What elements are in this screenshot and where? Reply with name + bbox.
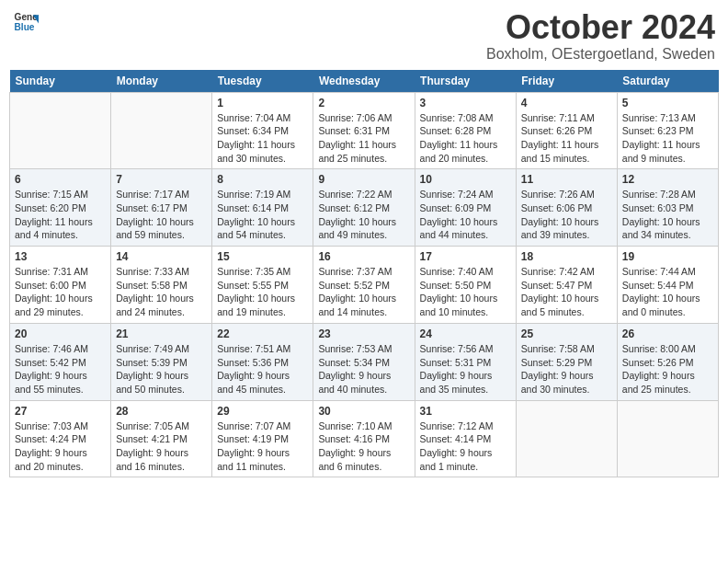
day-number: 3	[420, 97, 511, 109]
cell-info: Sunrise: 7:58 AM Sunset: 5:29 PM Dayligh…	[521, 342, 612, 396]
cell-info: Sunrise: 8:00 AM Sunset: 5:26 PM Dayligh…	[622, 342, 713, 396]
weekday-header-saturday: Saturday	[617, 70, 718, 93]
day-number: 7	[116, 173, 207, 186]
calendar-cell	[111, 92, 212, 169]
day-number: 21	[116, 327, 207, 340]
day-number: 27	[15, 405, 106, 418]
calendar-cell: 19Sunrise: 7:44 AM Sunset: 5:44 PM Dayli…	[617, 247, 718, 324]
weekday-header-sunday: Sunday	[10, 70, 111, 93]
cell-info: Sunrise: 7:13 AM Sunset: 6:23 PM Dayligh…	[622, 111, 713, 166]
day-number: 13	[15, 250, 106, 263]
cell-info: Sunrise: 7:37 AM Sunset: 5:52 PM Dayligh…	[318, 265, 409, 319]
day-number: 23	[318, 327, 409, 340]
calendar-cell: 5Sunrise: 7:13 AM Sunset: 6:23 PM Daylig…	[617, 92, 718, 169]
calendar-cell: 22Sunrise: 7:51 AM Sunset: 5:36 PM Dayli…	[212, 323, 313, 400]
title-block: October 2024 Boxholm, OEstergoetland, Sw…	[486, 9, 715, 63]
svg-text:Blue: Blue	[15, 22, 35, 32]
calendar-table: SundayMondayTuesdayWednesdayThursdayFrid…	[9, 70, 719, 478]
calendar-cell: 20Sunrise: 7:46 AM Sunset: 5:42 PM Dayli…	[10, 323, 111, 400]
cell-info: Sunrise: 7:05 AM Sunset: 4:21 PM Dayligh…	[116, 419, 207, 474]
page-header: General Blue October 2024 Boxholm, OEste…	[9, 9, 719, 63]
calendar-cell: 1Sunrise: 7:04 AM Sunset: 6:34 PM Daylig…	[212, 92, 313, 169]
location-title: Boxholm, OEstergoetland, Sweden	[486, 46, 715, 63]
calendar-cell: 7Sunrise: 7:17 AM Sunset: 6:17 PM Daylig…	[111, 169, 212, 247]
cell-info: Sunrise: 7:10 AM Sunset: 4:16 PM Dayligh…	[318, 419, 409, 474]
calendar-cell: 2Sunrise: 7:06 AM Sunset: 6:31 PM Daylig…	[313, 92, 415, 169]
cell-info: Sunrise: 7:42 AM Sunset: 5:47 PM Dayligh…	[521, 265, 612, 319]
day-number: 24	[420, 327, 511, 340]
calendar-cell: 18Sunrise: 7:42 AM Sunset: 5:47 PM Dayli…	[516, 247, 617, 324]
day-number: 5	[622, 97, 713, 109]
calendar-cell: 28Sunrise: 7:05 AM Sunset: 4:21 PM Dayli…	[111, 400, 212, 477]
day-number: 30	[318, 405, 409, 418]
calendar-cell: 8Sunrise: 7:19 AM Sunset: 6:14 PM Daylig…	[212, 169, 313, 247]
calendar-cell: 6Sunrise: 7:15 AM Sunset: 6:20 PM Daylig…	[10, 169, 111, 247]
day-number: 16	[318, 250, 409, 263]
calendar-cell: 11Sunrise: 7:26 AM Sunset: 6:06 PM Dayli…	[516, 169, 617, 247]
day-number: 26	[622, 327, 713, 340]
day-number: 12	[622, 173, 713, 186]
day-number: 28	[116, 405, 207, 418]
cell-info: Sunrise: 7:19 AM Sunset: 6:14 PM Dayligh…	[217, 188, 308, 242]
day-number: 29	[217, 405, 308, 418]
calendar-cell: 16Sunrise: 7:37 AM Sunset: 5:52 PM Dayli…	[313, 247, 415, 324]
calendar-cell	[617, 400, 718, 477]
cell-info: Sunrise: 7:07 AM Sunset: 4:19 PM Dayligh…	[217, 419, 308, 474]
cell-info: Sunrise: 7:44 AM Sunset: 5:44 PM Dayligh…	[622, 265, 713, 319]
calendar-cell: 23Sunrise: 7:53 AM Sunset: 5:34 PM Dayli…	[313, 323, 415, 400]
cell-info: Sunrise: 7:31 AM Sunset: 6:00 PM Dayligh…	[15, 265, 106, 319]
cell-info: Sunrise: 7:46 AM Sunset: 5:42 PM Dayligh…	[15, 342, 106, 396]
calendar-cell: 13Sunrise: 7:31 AM Sunset: 6:00 PM Dayli…	[10, 247, 111, 324]
cell-info: Sunrise: 7:11 AM Sunset: 6:26 PM Dayligh…	[521, 111, 612, 166]
cell-info: Sunrise: 7:33 AM Sunset: 5:58 PM Dayligh…	[116, 265, 207, 319]
cell-info: Sunrise: 7:26 AM Sunset: 6:06 PM Dayligh…	[521, 188, 612, 242]
cell-info: Sunrise: 7:08 AM Sunset: 6:28 PM Dayligh…	[420, 111, 511, 166]
cell-info: Sunrise: 7:56 AM Sunset: 5:31 PM Dayligh…	[420, 342, 511, 396]
logo: General Blue	[13, 9, 39, 35]
calendar-cell	[516, 400, 617, 477]
day-number: 19	[622, 250, 713, 263]
cell-info: Sunrise: 7:03 AM Sunset: 4:24 PM Dayligh…	[15, 419, 106, 474]
day-number: 2	[318, 97, 409, 109]
cell-info: Sunrise: 7:51 AM Sunset: 5:36 PM Dayligh…	[217, 342, 308, 396]
cell-info: Sunrise: 7:49 AM Sunset: 5:39 PM Dayligh…	[116, 342, 207, 396]
weekday-header-monday: Monday	[111, 70, 212, 93]
day-number: 18	[521, 250, 612, 263]
cell-info: Sunrise: 7:15 AM Sunset: 6:20 PM Dayligh…	[15, 188, 106, 242]
cell-info: Sunrise: 7:17 AM Sunset: 6:17 PM Dayligh…	[116, 188, 207, 242]
calendar-cell: 25Sunrise: 7:58 AM Sunset: 5:29 PM Dayli…	[516, 323, 617, 400]
cell-info: Sunrise: 7:12 AM Sunset: 4:14 PM Dayligh…	[420, 419, 511, 474]
calendar-cell: 12Sunrise: 7:28 AM Sunset: 6:03 PM Dayli…	[617, 169, 718, 247]
calendar-cell: 24Sunrise: 7:56 AM Sunset: 5:31 PM Dayli…	[415, 323, 516, 400]
calendar-cell: 15Sunrise: 7:35 AM Sunset: 5:55 PM Dayli…	[212, 247, 313, 324]
day-number: 15	[217, 250, 308, 263]
calendar-cell: 3Sunrise: 7:08 AM Sunset: 6:28 PM Daylig…	[415, 92, 516, 169]
logo-icon: General Blue	[13, 9, 39, 35]
calendar-cell: 4Sunrise: 7:11 AM Sunset: 6:26 PM Daylig…	[516, 92, 617, 169]
weekday-header-tuesday: Tuesday	[212, 70, 313, 93]
month-title: October 2024	[486, 9, 715, 46]
day-number: 11	[521, 173, 612, 186]
calendar-cell: 29Sunrise: 7:07 AM Sunset: 4:19 PM Dayli…	[212, 400, 313, 477]
cell-info: Sunrise: 7:53 AM Sunset: 5:34 PM Dayligh…	[318, 342, 409, 396]
day-number: 1	[217, 97, 308, 109]
day-number: 8	[217, 173, 308, 186]
weekday-header-friday: Friday	[516, 70, 617, 93]
day-number: 17	[420, 250, 511, 263]
calendar-cell: 26Sunrise: 8:00 AM Sunset: 5:26 PM Dayli…	[617, 323, 718, 400]
day-number: 20	[15, 327, 106, 340]
cell-info: Sunrise: 7:06 AM Sunset: 6:31 PM Dayligh…	[318, 111, 409, 166]
day-number: 10	[420, 173, 511, 186]
day-number: 9	[318, 173, 409, 186]
weekday-header-thursday: Thursday	[415, 70, 516, 93]
day-number: 4	[521, 97, 612, 109]
cell-info: Sunrise: 7:22 AM Sunset: 6:12 PM Dayligh…	[318, 188, 409, 242]
day-number: 25	[521, 327, 612, 340]
cell-info: Sunrise: 7:35 AM Sunset: 5:55 PM Dayligh…	[217, 265, 308, 319]
cell-info: Sunrise: 7:24 AM Sunset: 6:09 PM Dayligh…	[420, 188, 511, 242]
calendar-cell: 21Sunrise: 7:49 AM Sunset: 5:39 PM Dayli…	[111, 323, 212, 400]
day-number: 14	[116, 250, 207, 263]
cell-info: Sunrise: 7:40 AM Sunset: 5:50 PM Dayligh…	[420, 265, 511, 319]
day-number: 31	[420, 405, 511, 418]
calendar-cell	[10, 92, 111, 169]
